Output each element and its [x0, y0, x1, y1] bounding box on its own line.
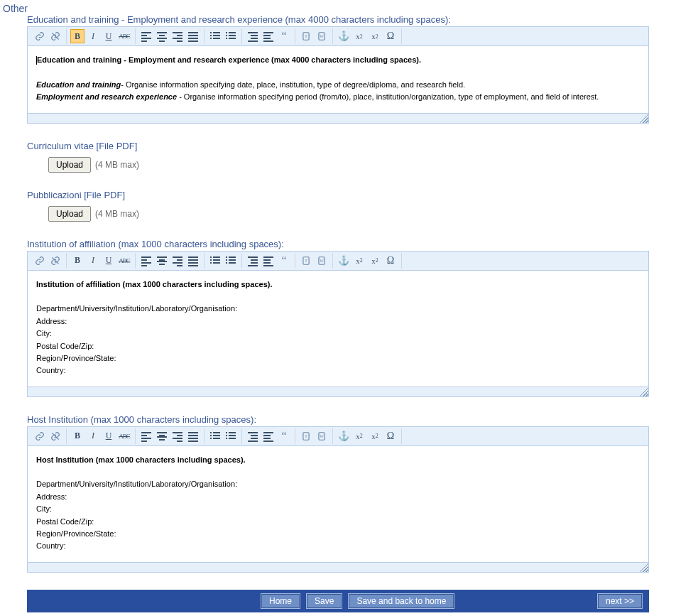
bold-button[interactable]: B	[70, 29, 84, 43]
strikethrough-button[interactable]: ABC	[117, 429, 131, 443]
editor-host: B I U ABC “ T W	[27, 426, 649, 573]
affil-l6: Country:	[36, 365, 640, 376]
save-button[interactable]: Save	[307, 594, 342, 608]
upload-cv-button[interactable]: Upload	[48, 157, 91, 173]
label-cv: Curriculum vitae [File PDF]	[27, 141, 649, 151]
outdent-icon[interactable]	[246, 29, 260, 43]
align-justify-icon[interactable]	[186, 29, 200, 43]
paste-text-icon[interactable]: T	[299, 29, 313, 43]
indent-icon[interactable]	[261, 429, 276, 443]
outdent-icon[interactable]	[246, 254, 260, 268]
underline-button[interactable]: U	[102, 29, 116, 43]
align-justify-icon[interactable]	[186, 429, 200, 443]
host-l4: Postal Code/Zip:	[36, 517, 640, 527]
numbered-list-icon[interactable]	[224, 254, 238, 268]
bold-button[interactable]: B	[70, 254, 84, 268]
blockquote-icon[interactable]: “	[277, 29, 291, 43]
link-icon[interactable]	[33, 429, 47, 443]
home-button[interactable]: Home	[261, 594, 300, 608]
editor-education: B I U ABC “ T W	[27, 26, 649, 124]
bold-button[interactable]: B	[70, 429, 84, 443]
outdent-icon[interactable]	[246, 429, 260, 443]
align-center-icon[interactable]	[155, 254, 169, 268]
link-icon[interactable]	[33, 29, 47, 43]
anchor-icon[interactable]: ⚓	[337, 254, 351, 268]
italic-button[interactable]: I	[86, 254, 100, 268]
align-center-icon[interactable]	[155, 429, 169, 443]
label-affiliation: Institution of affiliation (max 1000 cha…	[27, 239, 649, 249]
align-left-icon[interactable]	[139, 429, 153, 443]
numbered-list-icon[interactable]	[224, 29, 238, 43]
underline-button[interactable]: U	[102, 254, 116, 268]
emp-lead: Employment and research experience	[36, 92, 177, 101]
editor-affiliation: B I U ABC “ T W	[27, 251, 649, 397]
superscript-button[interactable]: x2	[368, 29, 382, 43]
unlink-icon[interactable]	[48, 429, 62, 443]
paste-text-icon[interactable]: T	[299, 429, 313, 443]
superscript-button[interactable]: x2	[368, 254, 382, 268]
save-back-button[interactable]: Save and back to home	[349, 594, 454, 608]
bottom-nav: Home Save Save and back to home next >>	[27, 590, 649, 612]
editor-body-affiliation[interactable]: Institution of affiliation (max 1000 cha…	[28, 271, 648, 387]
special-char-button[interactable]: Ω	[383, 429, 398, 443]
unlink-icon[interactable]	[48, 254, 62, 268]
align-center-icon[interactable]	[155, 29, 169, 43]
toolbar-affiliation: B I U ABC “ T W	[28, 252, 648, 271]
editor-footer	[28, 562, 648, 572]
blockquote-icon[interactable]: “	[277, 429, 291, 443]
subscript-button[interactable]: x2	[352, 254, 366, 268]
underline-button[interactable]: U	[102, 429, 116, 443]
paste-word-icon[interactable]: W	[315, 29, 329, 43]
align-right-icon[interactable]	[170, 29, 185, 43]
host-l5: Region/Province/State:	[36, 529, 640, 539]
numbered-list-icon[interactable]	[224, 429, 238, 443]
subscript-button[interactable]: x2	[352, 29, 366, 43]
host-l2: Address:	[36, 492, 640, 502]
pub-size-hint: (4 MB max)	[95, 209, 139, 219]
paste-word-icon[interactable]: W	[315, 254, 329, 268]
editor-body-education[interactable]: Education and training - Employment and …	[28, 46, 648, 113]
edu-text: - Organise information specifying date, …	[121, 80, 465, 89]
resize-handle-icon[interactable]	[638, 387, 648, 396]
indent-icon[interactable]	[261, 254, 276, 268]
page-heading: Other	[0, 0, 676, 14]
resize-handle-icon[interactable]	[638, 113, 648, 123]
anchor-icon[interactable]: ⚓	[337, 29, 351, 43]
next-button[interactable]: next >>	[598, 594, 642, 608]
align-left-icon[interactable]	[139, 254, 153, 268]
content-title: Institution of affiliation (max 1000 cha…	[36, 279, 640, 290]
anchor-icon[interactable]: ⚓	[337, 429, 351, 443]
indent-icon[interactable]	[261, 29, 276, 43]
cv-size-hint: (4 MB max)	[95, 160, 139, 170]
label-host: Host Institution (max 1000 characters in…	[27, 414, 649, 425]
link-icon[interactable]	[33, 254, 47, 268]
strikethrough-button[interactable]: ABC	[117, 29, 131, 43]
align-right-icon[interactable]	[170, 254, 185, 268]
affil-l2: Address:	[36, 316, 640, 327]
bullet-list-icon[interactable]	[208, 429, 222, 443]
special-char-button[interactable]: Ω	[383, 254, 398, 268]
unlink-icon[interactable]	[48, 29, 62, 43]
bullet-list-icon[interactable]	[208, 29, 222, 43]
resize-handle-icon[interactable]	[638, 562, 648, 572]
section-host: Host Institution (max 1000 characters in…	[27, 414, 649, 573]
superscript-button[interactable]: x2	[368, 429, 382, 443]
align-justify-icon[interactable]	[186, 254, 200, 268]
upload-pub-button[interactable]: Upload	[48, 206, 91, 222]
svg-text:T: T	[305, 34, 307, 38]
align-right-icon[interactable]	[170, 429, 185, 443]
editor-body-host[interactable]: Host Institution (max 1000 characters in…	[28, 446, 648, 562]
special-char-button[interactable]: Ω	[383, 29, 398, 43]
align-left-icon[interactable]	[139, 29, 153, 43]
paste-text-icon[interactable]: T	[299, 254, 313, 268]
content-title: Host Institution (max 1000 characters in…	[36, 455, 640, 465]
affil-l1: Department/University/Institution/Labora…	[36, 303, 640, 314]
host-l1: Department/University/Institution/Labora…	[36, 479, 640, 490]
italic-button[interactable]: I	[86, 429, 100, 443]
paste-word-icon[interactable]: W	[315, 429, 329, 443]
strikethrough-button[interactable]: ABC	[117, 254, 131, 268]
subscript-button[interactable]: x2	[352, 429, 366, 443]
bullet-list-icon[interactable]	[208, 254, 222, 268]
blockquote-icon[interactable]: “	[277, 254, 291, 268]
italic-button[interactable]: I	[86, 29, 100, 43]
